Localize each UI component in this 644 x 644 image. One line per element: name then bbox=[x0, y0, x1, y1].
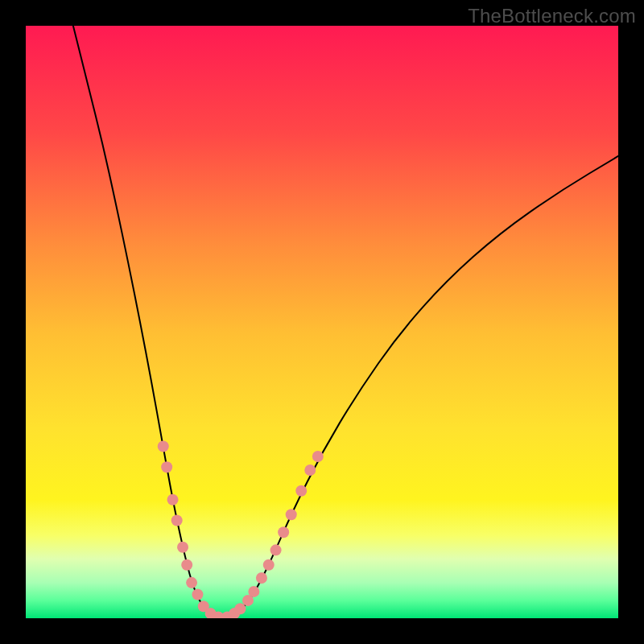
marker-dot bbox=[171, 515, 183, 526]
gradient-background bbox=[26, 26, 618, 618]
marker-dot bbox=[158, 441, 169, 452]
marker-dot bbox=[295, 485, 307, 497]
marker-dot bbox=[304, 464, 316, 476]
marker-dot bbox=[192, 589, 203, 601]
watermark-text: TheBottleneck.com bbox=[468, 5, 636, 27]
marker-dot bbox=[256, 572, 267, 584]
marker-dot bbox=[312, 451, 324, 462]
marker-dot bbox=[181, 559, 192, 571]
chart-svg bbox=[26, 26, 618, 618]
marker-dot bbox=[286, 509, 297, 520]
marker-dot bbox=[278, 526, 289, 538]
plot-area bbox=[26, 26, 618, 618]
marker-dot bbox=[270, 544, 282, 555]
marker-dot bbox=[177, 542, 188, 553]
chart-frame: TheBottleneck.com bbox=[0, 0, 644, 644]
marker-dot bbox=[186, 577, 197, 588]
marker-dot bbox=[248, 586, 259, 597]
marker-dot bbox=[167, 494, 179, 506]
marker-dot bbox=[161, 461, 172, 473]
marker-dot bbox=[263, 559, 275, 571]
marker-dot bbox=[234, 603, 246, 614]
